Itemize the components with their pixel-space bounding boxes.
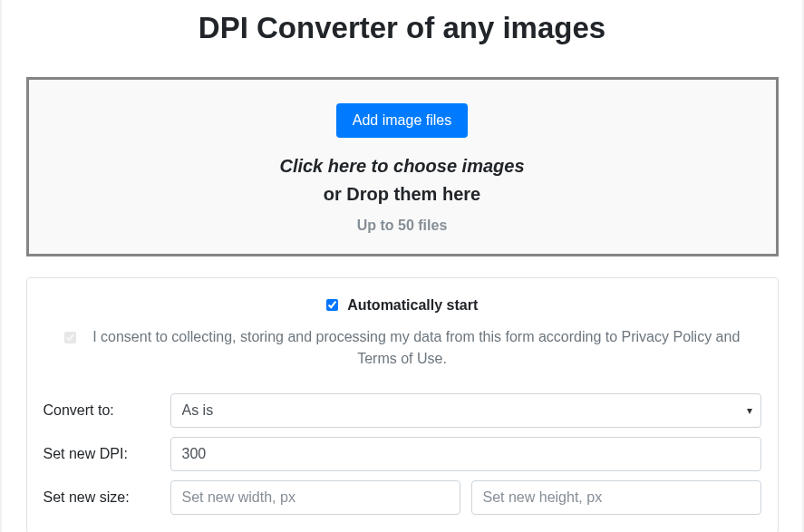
convert-to-select[interactable]: As is — [170, 393, 761, 428]
add-image-files-button[interactable]: Add image files — [336, 103, 468, 138]
choose-images-text: Click here to choose images — [38, 156, 767, 177]
height-input[interactable] — [471, 480, 761, 515]
convert-to-label: Convert to: — [44, 402, 170, 419]
page-title: DPI Converter of any images — [26, 11, 779, 45]
settings-panel: Automatically start I consent to collect… — [26, 277, 779, 532]
dpi-label: Set new DPI: — [44, 446, 170, 462]
file-limit-text: Up to 50 files — [38, 218, 767, 234]
consent-checkbox[interactable] — [64, 332, 76, 343]
width-input[interactable] — [170, 480, 460, 515]
dpi-input[interactable] — [170, 437, 761, 471]
dropzone[interactable]: Add image files Click here to choose ima… — [26, 77, 779, 256]
auto-start-checkbox[interactable] — [326, 299, 338, 311]
auto-start-label: Automatically start — [347, 297, 478, 313]
drop-here-text: or Drop them here — [38, 184, 767, 205]
size-label: Set new size: — [44, 489, 170, 506]
consent-text: I consent to collecting, storing and pro… — [92, 329, 740, 366]
